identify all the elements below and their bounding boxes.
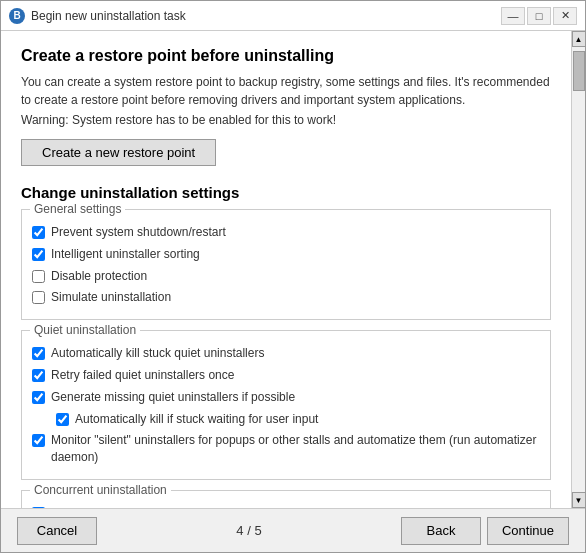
auto-run-checkbox[interactable]	[32, 507, 45, 508]
window-controls: — □ ✕	[501, 7, 577, 25]
continue-button[interactable]: Continue	[487, 517, 569, 545]
restore-warning: Warning: System restore has to be enable…	[21, 113, 551, 127]
scroll-up-button[interactable]: ▲	[572, 31, 586, 47]
minimize-button[interactable]: —	[501, 7, 525, 25]
monitor-silent-checkbox[interactable]	[32, 434, 45, 447]
auto-kill-waiting-label: Automatically kill if stuck waiting for …	[75, 411, 318, 428]
auto-kill-checkbox[interactable]	[32, 347, 45, 360]
scroll-thumb[interactable]	[573, 51, 585, 91]
intelligent-sorting-row: Intelligent uninstaller sorting	[32, 246, 540, 263]
page-indicator: 4 / 5	[97, 523, 401, 538]
scroll-track	[572, 47, 585, 492]
quiet-group-label: Quiet uninstallation	[30, 323, 140, 337]
title-bar: B Begin new uninstallation task — □ ✕	[1, 1, 585, 31]
simulate-row: Simulate uninstallation	[32, 289, 540, 306]
retry-failed-checkbox[interactable]	[32, 369, 45, 382]
create-restore-button[interactable]: Create a new restore point	[21, 139, 216, 166]
back-button[interactable]: Back	[401, 517, 481, 545]
restore-description: You can create a system restore point to…	[21, 73, 551, 109]
app-icon: B	[9, 8, 25, 24]
prevent-shutdown-checkbox[interactable]	[32, 226, 45, 239]
quiet-uninstallation-group: Quiet uninstallation Automatically kill …	[21, 330, 551, 480]
main-window: B Begin new uninstallation task — □ ✕ Cr…	[0, 0, 586, 553]
settings-heading: Change uninstallation settings	[21, 184, 551, 201]
monitor-silent-row: Monitor "silent" uninstallers for popups…	[32, 432, 540, 466]
scrollbar[interactable]: ▲ ▼	[571, 31, 585, 508]
close-button[interactable]: ✕	[553, 7, 577, 25]
auto-kill-label: Automatically kill stuck quiet uninstall…	[51, 345, 264, 362]
simulate-checkbox[interactable]	[32, 291, 45, 304]
restore-section: Create a restore point before uninstalli…	[21, 47, 551, 184]
generate-missing-row: Generate missing quiet uninstallers if p…	[32, 389, 540, 406]
intelligent-sorting-label: Intelligent uninstaller sorting	[51, 246, 200, 263]
concurrent-uninstallation-group: Concurrent uninstallation Automatically …	[21, 490, 551, 508]
restore-heading: Create a restore point before uninstalli…	[21, 47, 551, 65]
footer: Cancel 4 / 5 Back Continue	[1, 508, 585, 552]
settings-section: Change uninstallation settings General s…	[21, 184, 551, 508]
generate-missing-label: Generate missing quiet uninstallers if p…	[51, 389, 295, 406]
concurrent-group-label: Concurrent uninstallation	[30, 483, 171, 497]
simulate-label: Simulate uninstallation	[51, 289, 171, 306]
main-content: Create a restore point before uninstalli…	[1, 31, 571, 508]
retry-failed-label: Retry failed quiet uninstallers once	[51, 367, 234, 384]
auto-run-label: Automatically run uninstallers concurren…	[51, 505, 340, 508]
auto-kill-waiting-checkbox[interactable]	[56, 413, 69, 426]
scroll-down-button[interactable]: ▼	[572, 492, 586, 508]
intelligent-sorting-checkbox[interactable]	[32, 248, 45, 261]
auto-kill-row: Automatically kill stuck quiet uninstall…	[32, 345, 540, 362]
monitor-silent-label: Monitor "silent" uninstallers for popups…	[51, 432, 540, 466]
generate-missing-checkbox[interactable]	[32, 391, 45, 404]
maximize-button[interactable]: □	[527, 7, 551, 25]
cancel-button[interactable]: Cancel	[17, 517, 97, 545]
disable-protection-checkbox[interactable]	[32, 270, 45, 283]
general-settings-group: General settings Prevent system shutdown…	[21, 209, 551, 320]
window-title: Begin new uninstallation task	[31, 9, 501, 23]
general-group-label: General settings	[30, 202, 125, 216]
disable-protection-row: Disable protection	[32, 268, 540, 285]
prevent-shutdown-row: Prevent system shutdown/restart	[32, 224, 540, 241]
prevent-shutdown-label: Prevent system shutdown/restart	[51, 224, 226, 241]
auto-kill-waiting-row: Automatically kill if stuck waiting for …	[56, 411, 540, 428]
disable-protection-label: Disable protection	[51, 268, 147, 285]
retry-failed-row: Retry failed quiet uninstallers once	[32, 367, 540, 384]
auto-run-row: Automatically run uninstallers concurren…	[32, 505, 540, 508]
